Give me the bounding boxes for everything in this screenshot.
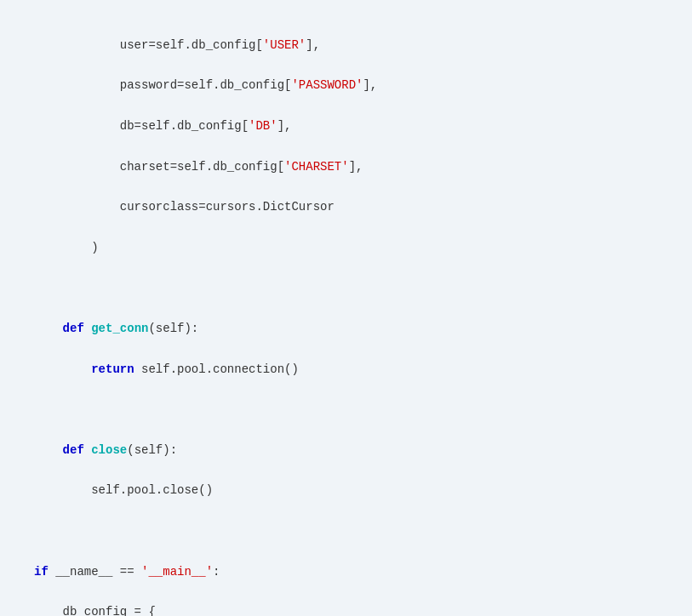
code-line: if __name__ == '__main__': xyxy=(34,562,675,583)
code-line: db_config = { xyxy=(34,602,675,616)
code-line: def get_conn(self): xyxy=(34,319,675,339)
code-line: ) xyxy=(34,238,675,259)
code-line xyxy=(34,400,675,420)
code-line: return self.pool.connection() xyxy=(34,360,675,380)
code-line: self.pool.close() xyxy=(34,481,675,501)
code-line: cursorclass=cursors.DictCursor xyxy=(34,197,675,218)
code-line: charset=self.db_config['CHARSET'], xyxy=(34,157,675,178)
code-block: user=self.db_config['USER'], password=se… xyxy=(0,9,692,616)
code-line: user=self.db_config['USER'], xyxy=(34,36,675,56)
code-container: user=self.db_config['USER'], password=se… xyxy=(0,0,692,616)
code-line xyxy=(34,278,675,299)
code-line: def close(self): xyxy=(34,441,675,461)
code-line: db=self.db_config['DB'], xyxy=(34,117,675,137)
code-line xyxy=(34,522,675,542)
code-line: password=self.db_config['PASSWORD'], xyxy=(34,76,675,96)
